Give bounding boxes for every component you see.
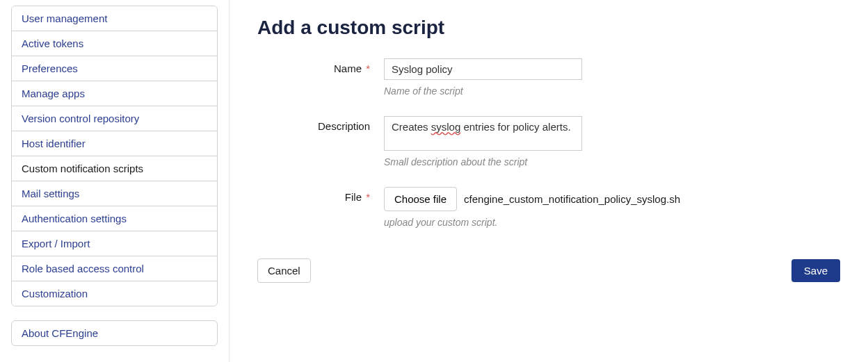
- file-label-text: File: [345, 191, 362, 203]
- sidebar-item-custom-notification-scripts[interactable]: Custom notification scripts: [12, 156, 217, 181]
- file-name: cfengine_custom_notification_policy_sysl…: [464, 193, 680, 205]
- sidebar-item-authentication-settings[interactable]: Authentication settings: [12, 206, 217, 231]
- description-field: Creates syslog entries for policy alerts…: [384, 116, 582, 167]
- name-field: Name of the script: [384, 58, 582, 97]
- required-mark: *: [366, 63, 370, 74]
- name-label-text: Name: [334, 63, 362, 74]
- form: Name * Name of the script Description Cr…: [257, 58, 840, 283]
- save-button[interactable]: Save: [791, 259, 840, 282]
- page-title: Add a custom script: [257, 17, 840, 39]
- form-row-name: Name * Name of the script: [257, 58, 840, 97]
- sidebar-item-about-cfengine[interactable]: About CFEngine: [12, 321, 217, 345]
- form-row-file: File * Choose file cfengine_custom_notif…: [257, 187, 840, 228]
- file-help: upload your custom script.: [384, 217, 680, 228]
- sidebar-item-version-control-repository[interactable]: Version control repository: [12, 106, 217, 131]
- about-box: About CFEngine: [11, 320, 218, 346]
- name-input[interactable]: [384, 58, 582, 80]
- file-row: Choose file cfengine_custom_notification…: [384, 187, 680, 211]
- sidebar-item-manage-apps[interactable]: Manage apps: [12, 81, 217, 106]
- description-help: Small description about the script: [384, 156, 582, 167]
- sidebar-item-customization[interactable]: Customization: [12, 281, 217, 306]
- nav-list: User management Active tokens Preference…: [11, 6, 218, 306]
- main-content: Add a custom script Name * Name of the s…: [230, 0, 868, 362]
- sidebar-item-preferences[interactable]: Preferences: [12, 56, 217, 81]
- sidebar-item-export-import[interactable]: Export / Import: [12, 231, 217, 256]
- form-actions: Cancel Save: [257, 258, 840, 283]
- form-row-description: Description Creates syslog entries for p…: [257, 116, 840, 167]
- required-mark: *: [366, 191, 370, 203]
- name-help: Name of the script: [384, 85, 582, 97]
- description-label: Description: [257, 116, 384, 132]
- description-label-text: Description: [318, 120, 370, 132]
- sidebar-item-user-management[interactable]: User management: [12, 6, 217, 31]
- name-label: Name *: [257, 58, 384, 74]
- cancel-button[interactable]: Cancel: [257, 258, 311, 283]
- sidebar-item-role-based-access-control[interactable]: Role based access control: [12, 256, 217, 281]
- sidebar-item-active-tokens[interactable]: Active tokens: [12, 31, 217, 56]
- choose-file-button[interactable]: Choose file: [384, 187, 457, 211]
- description-input[interactable]: Creates syslog entries for policy alerts…: [384, 116, 582, 151]
- file-label: File *: [257, 187, 384, 203]
- sidebar-item-mail-settings[interactable]: Mail settings: [12, 181, 217, 206]
- sidebar: User management Active tokens Preference…: [0, 0, 230, 362]
- sidebar-item-host-identifier[interactable]: Host identifier: [12, 131, 217, 156]
- file-field: Choose file cfengine_custom_notification…: [384, 187, 680, 228]
